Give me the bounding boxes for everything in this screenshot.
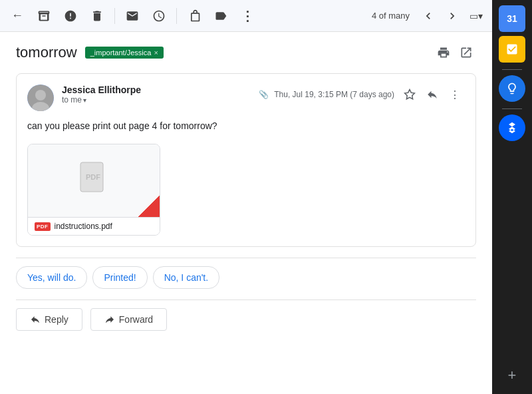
reply-icon-button[interactable] [422,85,442,104]
reply-forward-row: Reply Forward [16,308,476,331]
attachment[interactable]: PDF PDF indstructions.pdf [27,144,160,236]
sidebar-add-button[interactable]: + [499,362,525,389]
right-sidebar: 31 + [492,0,532,394]
avatar [27,85,54,111]
reply-button[interactable]: Reply [16,308,82,331]
smart-reply-printed[interactable]: Printed! [92,266,147,289]
back-button[interactable]: ← [5,4,29,28]
divider-smart-reply [16,258,476,258]
sidebar-separator-1 [502,69,522,70]
email-meta-actions: ⋮ [400,85,465,104]
label-button[interactable] [209,4,233,28]
sender-name: Jessica Ellithorpe [62,85,259,95]
sidebar-calendar-icon[interactable]: 31 [499,5,525,32]
sidebar-separator-2 [502,108,522,109]
email-date: Thu, Jul 19, 3:15 PM (7 days ago) [274,90,394,99]
snooze-button[interactable] [147,4,171,28]
delete-button[interactable] [85,4,109,28]
email-header: Jessica Ellithorpe to me ▾ 📎 Thu, Jul 19… [27,85,465,111]
open-in-new-button[interactable] [456,43,476,63]
sender-to[interactable]: to me ▾ [62,95,259,104]
attachment-footer: PDF indstructions.pdf [28,218,160,235]
more-message-button[interactable]: ⋮ [445,85,465,104]
pdf-badge: PDF [35,222,51,231]
sidebar-dropbox-icon[interactable] [499,114,525,141]
subject-actions [434,43,476,63]
label-tag-text: _important/Jessica [90,49,152,57]
divider-reply-forward [16,299,476,300]
view-toggle-button[interactable]: ▭▾ [466,5,487,27]
divider-2 [176,8,177,24]
move-to-button[interactable] [182,4,206,28]
sidebar-keep-icon[interactable] [499,75,525,102]
prev-email-button[interactable] [418,5,439,27]
email-message: Jessica Ellithorpe to me ▾ 📎 Thu, Jul 19… [16,73,476,247]
attachment-indicator: 📎 [259,90,269,99]
pdf-preview-icon: PDF [77,161,110,201]
report-button[interactable] [59,4,82,28]
email-body: can you please print out page 4 for tomo… [27,119,465,133]
email-meta: 📎 Thu, Jul 19, 3:15 PM (7 days ago) ⋮ [259,85,465,104]
forward-label: Forward [119,314,153,325]
corner-fold [138,196,160,217]
email-view: tomorrow _important/Jessica × [0,32,492,394]
reply-label: Reply [45,314,68,325]
chevron-down-icon: ▾ [83,97,86,104]
mail-button[interactable] [120,4,144,28]
sender-info: Jessica Ellithorpe to me ▾ [62,85,259,104]
next-email-button[interactable] [442,5,463,27]
divider-1 [114,8,115,24]
toolbar: ← ⋮ 4 of many ▭▾ [0,0,492,32]
subject-row: tomorrow _important/Jessica × [16,43,476,63]
svg-point-1 [35,90,46,100]
smart-reply-no[interactable]: No, I can't. [153,266,219,289]
svg-text:PDF: PDF [86,173,100,181]
more-actions-button[interactable]: ⋮ [235,4,259,28]
nav-counter: 4 of many [366,11,415,21]
forward-button[interactable]: Forward [90,308,167,331]
label-tag[interactable]: _important/Jessica × [85,47,164,59]
email-subject: tomorrow [16,44,77,61]
archive-button[interactable] [32,4,56,28]
star-button[interactable] [400,85,420,104]
smart-reply-yes[interactable]: Yes, will do. [16,266,87,289]
attachment-preview: PDF [28,144,160,218]
print-button[interactable] [434,43,454,63]
sidebar-tasks-icon[interactable] [499,36,525,63]
attachment-filename: indstructions.pdf [55,222,112,231]
svg-marker-3 [405,90,415,99]
smart-replies: Yes, will do. Printed! No, I can't. [16,266,476,289]
label-tag-close-icon[interactable]: × [154,49,158,57]
